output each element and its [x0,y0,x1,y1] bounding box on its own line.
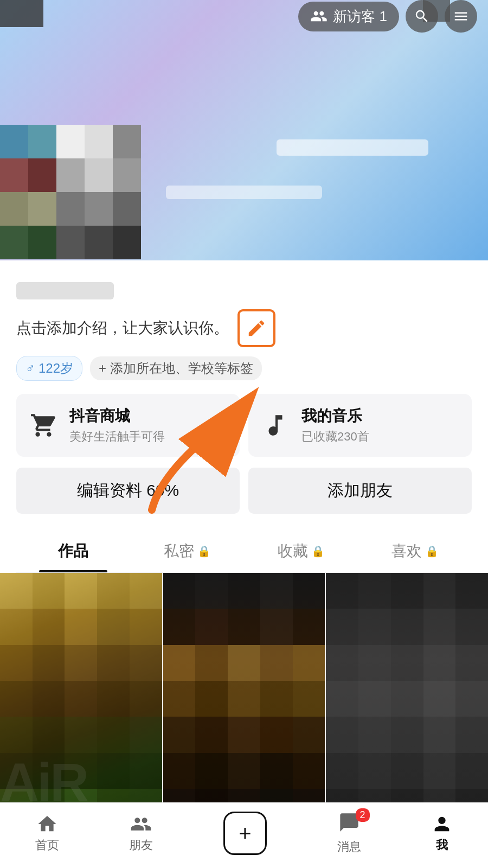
tags-row: ♂ 122岁 + 添加所在地、学校等标签 [16,356,472,381]
nav-home-label: 首页 [35,837,59,853]
shop-subtitle: 美好生活触手可得 [69,429,165,445]
page-wrapper: 新访客 1 [0,0,488,868]
cart-icon [27,409,60,442]
profile-section: 点击添加介绍，让大家认识你。 ♂ 122岁 + 添加所在地、学校等标签 [0,260,488,573]
nav-friends[interactable]: 朋友 [129,813,153,853]
nav-me[interactable]: 我 [431,813,453,853]
tab-works-label: 作品 [58,541,88,561]
name-mosaic [163,125,488,260]
nav-messages-label: 消息 [337,839,361,855]
music-title: 我的音乐 [301,406,369,426]
add-friend-button[interactable]: 添加朋友 [248,468,472,514]
gender-age-tag: ♂ 122岁 [16,356,82,381]
visitors-label: 新访客 1 [333,7,387,26]
gender-icon: ♂ [25,361,35,376]
shop-title: 抖音商城 [69,406,165,426]
nav-me-label: 我 [436,837,448,853]
nav-home[interactable]: 首页 [35,813,59,853]
music-icon [259,409,292,442]
username-placeholder [16,282,114,299]
edit-profile-button[interactable]: 编辑资料 60% [16,468,240,514]
feature-cards: 抖音商城 美好生活触手可得 我的音乐 已收藏230首 [16,394,472,457]
lock-icon-favorites: 🔒 [311,545,325,558]
action-buttons: 编辑资料 60% 添加朋友 [16,468,472,514]
tab-favorites[interactable]: 收藏 🔒 [244,530,358,572]
add-tag-button[interactable]: + 添加所在地、学校等标签 [90,356,262,380]
bio-row: 点击添加介绍，让大家认识你。 [16,309,472,347]
message-badge: 2 [356,808,370,822]
plus-icon: + [239,821,251,846]
music-subtitle: 已收藏230首 [301,429,369,445]
bottom-nav: 首页 朋友 + 2 消息 我 [0,802,488,868]
search-button[interactable] [406,0,438,33]
tab-likes[interactable]: 喜欢 🔒 [358,530,472,572]
tab-works[interactable]: 作品 [16,530,130,572]
tab-private[interactable]: 私密 🔒 [130,530,244,572]
visitors-badge[interactable]: 新访客 1 [298,2,399,31]
edit-bio-button[interactable] [237,309,275,347]
shop-card[interactable]: 抖音商城 美好生活触手可得 [16,394,240,457]
bio-text: 点击添加介绍，让大家认识你。 [16,318,229,339]
tabs-row: 作品 私密 🔒 收藏 🔒 喜欢 🔒 [16,530,472,573]
age-label: 122岁 [38,360,73,377]
nav-messages[interactable]: 2 消息 [337,812,361,855]
tab-likes-label: 喜欢 [391,541,422,561]
nav-friends-label: 朋友 [129,837,153,853]
avatar-mosaic [0,125,141,260]
profile-banner: 新访客 1 [0,0,488,260]
banner-top-bar: 新访客 1 [0,0,488,33]
lock-icon-private: 🔒 [197,545,211,558]
nav-plus-button[interactable]: + [223,812,267,855]
lock-icon-likes: 🔒 [425,545,439,558]
menu-button[interactable] [445,0,477,33]
banner-mosaic [0,125,488,260]
username-area [16,271,472,305]
tab-private-label: 私密 [164,541,194,561]
music-card[interactable]: 我的音乐 已收藏230首 [248,394,472,457]
tab-favorites-label: 收藏 [278,541,308,561]
add-tag-label: + 添加所在地、学校等标签 [99,360,253,377]
